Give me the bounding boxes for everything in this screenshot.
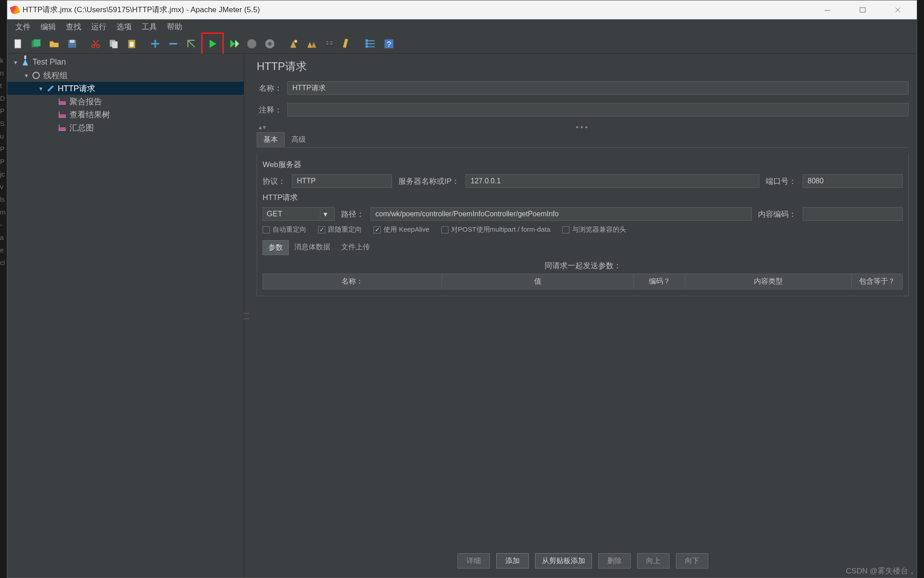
window-minimize[interactable]	[817, 3, 838, 17]
encoding-input[interactable]	[803, 207, 903, 221]
svg-marker-18	[210, 40, 217, 47]
svg-text:?: ?	[387, 39, 391, 48]
report-icon	[58, 123, 67, 132]
chk-multipart[interactable]: 对POST使用multipart / form-data	[441, 225, 550, 234]
svg-rect-4	[14, 39, 21, 48]
new-file-icon[interactable]	[10, 36, 26, 52]
col-content-type[interactable]: 内容类型	[685, 274, 851, 289]
report-icon	[58, 97, 67, 106]
port-label: 端口号：	[766, 176, 796, 186]
tree-summary-graph[interactable]: 汇总图	[7, 121, 244, 134]
find-icon[interactable]	[321, 36, 337, 52]
chk-auto-redirect[interactable]: 自动重定向	[263, 225, 306, 234]
expand-tree-icon[interactable]	[363, 36, 379, 52]
tree-aggregate-report[interactable]: 聚合报告	[7, 95, 244, 108]
tree-test-plan[interactable]: ▾ Test Plan	[7, 56, 244, 69]
chevron-down-icon[interactable]: ▾	[38, 85, 43, 92]
collapse-icon[interactable]	[165, 36, 181, 52]
run-no-pause-icon[interactable]	[226, 36, 242, 52]
tree-view-results[interactable]: 查看结果树	[7, 108, 244, 121]
chk-follow-redirect[interactable]: 跟随重定向	[318, 225, 362, 234]
menu-file[interactable]: 文件	[11, 20, 35, 34]
menu-tools[interactable]: 工具	[137, 20, 162, 34]
tree-label: Test Plan	[32, 57, 66, 67]
stop-icon[interactable]	[244, 36, 260, 52]
col-include-equals[interactable]: 包含等于？	[851, 274, 902, 289]
col-name[interactable]: 名称：	[263, 274, 442, 289]
tree-http-request[interactable]: ▾ HTTP请求	[7, 82, 244, 95]
window-maximize[interactable]	[852, 3, 873, 17]
tab-advanced[interactable]: 高级	[285, 132, 313, 147]
jmeter-logo-icon	[9, 5, 20, 15]
window-title: HTTP请求.jmx (C:\Users\59175\HTTP请求.jmx) -…	[23, 5, 260, 15]
btn-up[interactable]: 向上	[637, 553, 670, 569]
col-encode[interactable]: 编码？	[634, 274, 685, 289]
menu-help[interactable]: 帮助	[162, 20, 187, 34]
menu-search[interactable]: 查找	[61, 20, 86, 34]
help-icon[interactable]: ?	[381, 36, 397, 52]
server-input[interactable]	[466, 174, 759, 188]
tree-thread-group[interactable]: ▾ 线程组	[7, 69, 244, 82]
inner-tab-body[interactable]: 消息体数据	[289, 240, 336, 255]
btn-from-clipboard[interactable]: 从剪贴板添加	[535, 553, 592, 569]
name-input[interactable]	[287, 81, 909, 95]
panel-heading: HTTP请求	[257, 59, 909, 74]
config-tabs: 基本 高级	[257, 133, 909, 148]
btn-add[interactable]: 添加	[496, 553, 529, 569]
param-caption: 同请求一起发送参数：	[263, 261, 903, 271]
section-collapse[interactable]: ▲▼ •••	[257, 123, 909, 131]
window-close[interactable]	[887, 3, 909, 17]
method-combo[interactable]: GET ▾	[263, 207, 335, 221]
save-icon[interactable]	[64, 36, 80, 52]
run-icon[interactable]	[204, 36, 221, 52]
btn-detail[interactable]: 详细	[457, 553, 490, 569]
copy-icon[interactable]	[106, 36, 122, 52]
comment-label: 注释：	[257, 105, 282, 115]
menu-edit[interactable]: 编辑	[36, 20, 60, 34]
tree-panel: ▾ Test Plan ▾ 线程组 ▾ HTTP请求 聚合报告 查看结果树	[7, 54, 244, 578]
server-label: 服务器名称或IP：	[398, 176, 459, 186]
protocol-label: 协议：	[263, 176, 286, 186]
ellipsis-icon: •••	[576, 123, 590, 132]
path-input[interactable]	[370, 207, 752, 221]
chk-keepalive[interactable]: 使用 KeepAlive	[374, 225, 430, 234]
svg-point-24	[294, 40, 297, 43]
sampler-icon	[46, 84, 55, 93]
clear-all-icon[interactable]	[303, 36, 319, 52]
svg-rect-28	[343, 38, 348, 48]
menu-run[interactable]: 运行	[87, 20, 111, 34]
menu-options[interactable]: 选项	[112, 20, 136, 34]
function-helper-icon[interactable]	[339, 36, 356, 52]
btn-down[interactable]: 向下	[676, 553, 708, 569]
chevron-down-icon[interactable]: ▾	[13, 59, 18, 66]
params-table[interactable]: 名称： 值 编码？ 内容类型 包含等于？	[263, 274, 903, 289]
btn-delete[interactable]: 删除	[598, 553, 631, 569]
expand-icon[interactable]	[147, 36, 163, 52]
chevron-down-icon[interactable]: ▾	[23, 72, 29, 79]
paste-icon[interactable]	[124, 36, 140, 52]
col-value[interactable]: 值	[442, 274, 634, 289]
comment-input[interactable]	[287, 103, 909, 117]
clear-icon[interactable]	[285, 36, 301, 52]
toggle-icon[interactable]	[183, 36, 199, 52]
inner-tab-params[interactable]: 参数	[263, 240, 289, 255]
protocol-input[interactable]	[292, 174, 392, 188]
inner-tab-files[interactable]: 文件上传	[336, 240, 375, 255]
port-input[interactable]	[803, 174, 903, 188]
run-button-highlighted[interactable]	[201, 33, 224, 55]
templates-icon[interactable]	[28, 36, 44, 52]
cut-icon[interactable]	[88, 36, 104, 52]
tree-label: 查看结果树	[69, 109, 110, 120]
chk-browser-headers[interactable]: 与浏览器兼容的头	[562, 225, 626, 234]
svg-point-23	[268, 42, 272, 46]
open-icon[interactable]	[46, 36, 62, 52]
name-label: 名称：	[257, 83, 282, 93]
tab-basic[interactable]: 基本	[257, 132, 285, 147]
splitter[interactable]: ⋮⋮	[244, 54, 249, 578]
report-icon	[58, 110, 67, 119]
shutdown-icon[interactable]	[262, 36, 278, 52]
svg-marker-21	[247, 39, 256, 48]
svg-rect-1	[860, 8, 865, 12]
svg-rect-8	[70, 40, 75, 43]
app-window: HTTP请求.jmx (C:\Users\59175\HTTP请求.jmx) -…	[7, 0, 917, 578]
